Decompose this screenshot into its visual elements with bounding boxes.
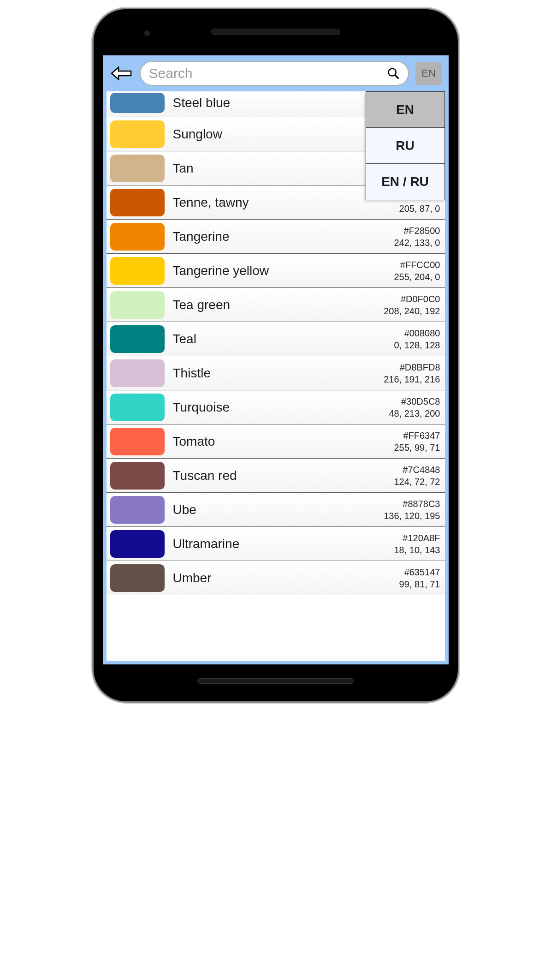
color-hex: #FFCC00 [394,259,440,271]
color-hex: #30D5C8 [389,395,440,407]
color-hex: #D8BFD8 [384,361,440,373]
language-menu-item[interactable]: RU [366,128,444,164]
search-box[interactable] [140,61,409,86]
color-swatch [110,530,165,558]
color-name: Tea green [173,298,384,312]
color-rgb: 242, 133, 0 [394,237,440,249]
color-codes: #F28500242, 133, 0 [394,225,440,249]
color-swatch [110,325,165,353]
color-name: Ube [173,502,384,517]
screen: EN Steel blueSunglowTanTenne, tawny#CD57… [103,55,449,664]
color-name: Turquoise [173,400,389,415]
search-input[interactable] [149,66,387,81]
color-name: Teal [173,332,394,347]
color-swatch [110,564,165,592]
color-swatch [110,257,165,285]
color-swatch [110,462,165,490]
color-name: Tuscan red [173,468,394,483]
color-hex: #F28500 [394,225,440,237]
camera-dot [144,30,150,36]
color-hex: #FF6347 [394,430,440,442]
color-rgb: 255, 99, 71 [394,442,440,454]
language-button[interactable]: EN [415,62,442,85]
phone-frame: EN Steel blueSunglowTanTenne, tawny#CD57… [94,9,458,701]
color-swatch [110,291,165,319]
color-rgb: 99, 81, 71 [399,578,440,590]
color-row[interactable]: Ube#8878C3136, 120, 195 [107,493,445,527]
color-codes: #63514799, 81, 71 [399,566,440,590]
color-codes: #7C4848124, 72, 72 [394,464,440,488]
color-row[interactable]: Tea green#D0F0C0208, 240, 192 [107,288,445,322]
color-swatch [110,120,165,148]
color-rgb: 255, 204, 0 [394,271,440,283]
color-rgb: 18, 10, 143 [394,544,440,556]
back-button[interactable] [109,64,133,83]
back-arrow-icon [110,66,132,81]
color-row[interactable]: Turquoise#30D5C848, 213, 200 [107,390,445,424]
app-root: EN Steel blueSunglowTanTenne, tawny#CD57… [103,55,449,664]
color-row[interactable]: Thistle#D8BFD8216, 191, 216 [107,356,445,390]
color-codes: #8878C3136, 120, 195 [384,498,440,522]
color-codes: #D0F0C0208, 240, 192 [384,293,440,317]
speaker-top [211,29,340,35]
language-button-label: EN [421,67,436,79]
color-rgb: 216, 191, 216 [384,373,440,385]
color-rgb: 205, 87, 0 [399,203,440,215]
language-menu: ENRUEN / RU [366,91,445,200]
color-rgb: 208, 240, 192 [384,305,440,317]
language-menu-item[interactable]: EN [366,92,444,128]
color-name: Tangerine [173,229,394,244]
color-hex: #D0F0C0 [384,293,440,305]
color-rgb: 48, 213, 200 [389,407,440,419]
color-rgb: 0, 128, 128 [394,339,440,351]
color-codes: #30D5C848, 213, 200 [389,395,440,419]
color-name: Ultramarine [173,537,394,551]
color-rgb: 136, 120, 195 [384,510,440,522]
svg-line-1 [395,75,398,79]
color-codes: #FFCC00255, 204, 0 [394,259,440,283]
color-hex: #120A8F [394,532,440,544]
color-swatch [110,359,165,387]
color-codes: #FF6347255, 99, 71 [394,430,440,454]
color-codes: #D8BFD8216, 191, 216 [384,361,440,385]
color-swatch [110,189,165,216]
color-rgb: 124, 72, 72 [394,476,440,488]
color-row[interactable]: Tomato#FF6347255, 99, 71 [107,424,445,459]
color-name: Tomato [173,434,394,449]
speaker-bottom [197,678,354,684]
color-swatch [110,394,165,421]
color-name: Tangerine yellow [173,263,394,278]
color-swatch [110,155,165,182]
color-hex: #7C4848 [394,464,440,476]
color-swatch [110,93,165,113]
color-swatch [110,223,165,251]
color-swatch [110,496,165,524]
color-hex: #8878C3 [384,498,440,510]
content-area: Steel blueSunglowTanTenne, tawny#CD57002… [103,91,449,664]
color-codes: #0080800, 128, 128 [394,327,440,351]
color-row[interactable]: Tuscan red#7C4848124, 72, 72 [107,459,445,493]
header-bar: EN [103,55,449,91]
color-name: Thistle [173,366,384,381]
search-icon[interactable] [387,67,400,80]
color-row[interactable]: Ultramarine#120A8F18, 10, 143 [107,527,445,561]
color-row[interactable]: Tangerine yellow#FFCC00255, 204, 0 [107,254,445,288]
svg-point-0 [388,69,396,76]
color-codes: #120A8F18, 10, 143 [394,532,440,556]
color-hex: #635147 [399,566,440,578]
color-row[interactable]: Tangerine#F28500242, 133, 0 [107,220,445,254]
phone-inner: EN Steel blueSunglowTanTenne, tawny#CD57… [98,14,453,697]
color-row[interactable]: Umber#63514799, 81, 71 [107,561,445,595]
color-row[interactable]: Teal#0080800, 128, 128 [107,322,445,356]
color-hex: #008080 [394,327,440,339]
color-name: Umber [173,571,399,586]
color-swatch [110,428,165,455]
language-menu-item[interactable]: EN / RU [366,164,444,200]
